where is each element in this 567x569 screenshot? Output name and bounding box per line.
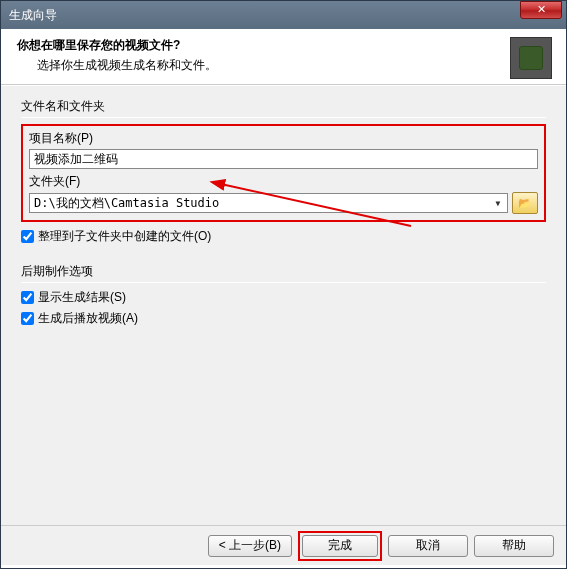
app-logo-icon (510, 37, 552, 79)
highlight-box: 项目名称(P) 文件夹(F) D:\我的文档\Camtasia Studio ▼… (21, 124, 546, 222)
project-name-input[interactable] (29, 149, 538, 169)
footer-buttons: < 上一步(B) 完成 取消 帮助 (1, 525, 566, 565)
organize-checkbox[interactable] (21, 230, 34, 243)
show-results-checkbox[interactable] (21, 291, 34, 304)
show-results-label: 显示生成结果(S) (38, 289, 126, 306)
cancel-button[interactable]: 取消 (388, 535, 468, 557)
group-post-label: 后期制作选项 (21, 263, 546, 280)
window-title: 生成向导 (9, 7, 57, 24)
titlebar: 生成向导 ✕ (1, 1, 566, 29)
folder-label: 文件夹(F) (29, 173, 538, 190)
divider (21, 282, 546, 283)
chevron-down-icon: ▼ (491, 196, 505, 210)
close-icon: ✕ (537, 3, 546, 15)
organize-label: 整理到子文件夹中创建的文件(O) (38, 228, 211, 245)
show-results-row[interactable]: 显示生成结果(S) (21, 289, 546, 306)
finish-highlight: 完成 (298, 531, 382, 561)
divider (21, 117, 546, 118)
back-button[interactable]: < 上一步(B) (208, 535, 292, 557)
play-after-checkbox[interactable] (21, 312, 34, 325)
play-after-label: 生成后播放视频(A) (38, 310, 138, 327)
body-panel: 文件名和文件夹 项目名称(P) 文件夹(F) D:\我的文档\Camtasia … (1, 85, 566, 525)
wizard-window: 生成向导 ✕ 你想在哪里保存您的视频文件? 选择你生成视频生成名称和文件。 文件… (0, 0, 567, 569)
help-button[interactable]: 帮助 (474, 535, 554, 557)
project-name-label: 项目名称(P) (29, 130, 538, 147)
folder-combo[interactable]: D:\我的文档\Camtasia Studio ▼ (29, 193, 508, 213)
close-button[interactable]: ✕ (520, 1, 562, 19)
folder-icon: 📂 (518, 197, 532, 210)
header-subtitle: 选择你生成视频生成名称和文件。 (37, 57, 550, 74)
organize-checkbox-row[interactable]: 整理到子文件夹中创建的文件(O) (21, 228, 546, 245)
folder-value: D:\我的文档\Camtasia Studio (34, 195, 219, 212)
finish-button[interactable]: 完成 (302, 535, 378, 557)
header-question: 你想在哪里保存您的视频文件? (17, 37, 550, 54)
play-after-row[interactable]: 生成后播放视频(A) (21, 310, 546, 327)
group-filename-label: 文件名和文件夹 (21, 98, 546, 115)
header-panel: 你想在哪里保存您的视频文件? 选择你生成视频生成名称和文件。 (1, 29, 566, 85)
browse-button[interactable]: 📂 (512, 192, 538, 214)
